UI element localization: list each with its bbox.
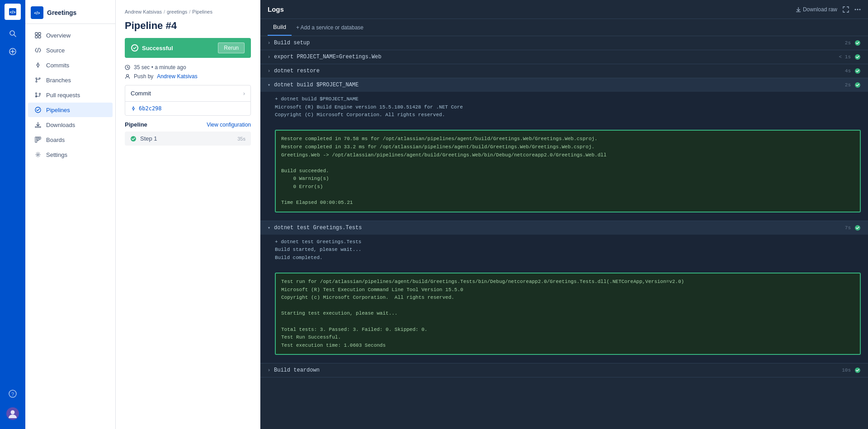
log-success-icon-build [854,82,861,88]
more-options-button[interactable] [854,9,861,10]
search-icon[interactable] [5,25,21,42]
log-line: Total tests: 3. Passed: 3. Failed: 0. Sk… [281,326,854,334]
log-line [275,262,861,270]
status-left: Successful [131,44,173,52]
status-check-icon [131,44,138,52]
commit-header[interactable]: Commit › [125,85,250,101]
sidebar-nav: Overview Source Commits [25,24,115,429]
help-icon[interactable]: ? [5,386,21,402]
log-line: Microsoft (R) Test Execution Command Lin… [281,286,854,294]
log-content-test: + dotnet test Greetings.Tests Build star… [260,235,868,363]
tab-add-service[interactable]: + Add a service or database [293,20,366,35]
branches-icon [34,76,42,84]
log-success-icon-export [854,54,861,60]
svg-line-37 [127,67,129,68]
sidebar-item-boards[interactable]: Boards [28,132,113,147]
step-name: Step 1 [140,135,157,142]
log-highlighted-block-test: Test run for /opt/atlassian/pipelines/ag… [275,273,861,355]
breadcrumb: Andrew Katsivas / greetings / Pipelines [125,9,251,14]
log-section-header-export[interactable]: › export PROJECT_NAME=Greetings.Web < 1s [260,50,868,64]
log-section-header-build-setup[interactable]: › Build setup 2s [260,36,868,50]
time-ago: a minute ago [155,64,186,71]
log-line: Test Run Successful. [281,334,854,342]
commit-icon [131,106,136,111]
pipeline-header: Andrew Katsivas / greetings / Pipelines … [116,0,260,58]
chevron-right-icon: › [268,41,270,46]
commit-chevron-icon: › [243,90,245,97]
pipeline-panel: Andrew Katsivas / greetings / Pipelines … [116,0,260,429]
log-line: Microsoft (R) Build Engine version 15.5.… [275,104,861,112]
svg-rect-14 [35,36,38,38]
svg-point-22 [39,78,40,79]
step-left: Step 1 [130,135,157,142]
svg-point-46 [857,9,859,10]
svg-text:?: ? [11,391,14,397]
overview-icon [34,32,42,39]
log-line-count-build-setup: 2s [845,40,851,46]
chevron-right-icon-export: › [268,55,270,60]
chevron-right-icon-restore: › [268,69,270,74]
sidebar-item-pipelines[interactable]: Pipelines [28,103,113,117]
log-section-header-left-build: ▾ dotnet build $PROJECT_NAME [268,82,359,88]
status-bar: Successful Rerun [125,38,251,58]
log-section-header-restore[interactable]: › dotnet restore 4s [260,64,868,78]
log-line: Starting test execution, please wait... [281,310,854,318]
main-content: Andrew Katsivas / greetings / Pipelines … [116,0,868,429]
sidebar-item-commits[interactable]: Commits [28,58,113,72]
log-line-count-export: < 1s [839,54,851,60]
log-section-label-export: export PROJECT_NAME=Greetings.Web [274,54,382,60]
avatar[interactable] [5,405,21,422]
log-section-header-test[interactable]: ▾ dotnet test Greetings.Tests 7s [260,221,868,235]
breadcrumb-pipelines[interactable]: Pipelines [192,9,212,14]
sidebar-item-label-settings: Settings [46,151,67,158]
pipelines-icon [34,106,42,113]
app-logo-icon[interactable]: </> [5,4,21,20]
sidebar-item-pull-requests[interactable]: Pull requests [28,88,113,102]
step-time: 35s [237,136,245,141]
sidebar-item-branches[interactable]: Branches [28,73,113,87]
push-by-user[interactable]: Andrew Katsivas [157,73,197,80]
svg-point-24 [36,93,37,94]
log-line: Restore completed in 70.58 ms for /opt/a… [281,135,854,143]
svg-point-47 [859,9,861,10]
breadcrumb-user[interactable]: Andrew Katsivas [125,9,162,14]
svg-point-38 [127,75,129,77]
duration-row: 35 sec • a minute ago [125,64,251,71]
log-line [281,159,854,167]
log-line-count-restore: 4s [845,68,851,74]
svg-rect-13 [38,33,41,35]
log-line [275,119,861,127]
expand-icon [843,6,849,13]
logs-header: Logs Download raw [260,0,868,19]
step-success-icon [130,136,137,142]
sidebar-item-overview[interactable]: Overview [28,28,113,42]
commit-hash-link[interactable]: 6b2c298 [139,105,162,112]
log-line: Greetings.Web -> /opt/atlassian/pipeline… [281,151,854,160]
rerun-button[interactable]: Rerun [218,42,245,53]
log-section-header-teardown[interactable]: › Build teardown 10s [260,363,868,377]
sidebar-item-label-source: Source [46,47,65,54]
expand-button[interactable] [843,6,849,13]
download-raw-button[interactable]: Download raw [796,6,837,13]
sidebar-item-downloads[interactable]: Downloads [28,118,113,132]
svg-point-21 [36,81,37,82]
sidebar-item-settings[interactable]: Settings [28,147,113,162]
breadcrumb-repo[interactable]: greetings [167,9,187,14]
logs-panel: Logs Download raw [260,0,868,429]
logs-body[interactable]: › Build setup 2s [260,36,868,429]
page-title: Pipeline #4 [125,20,251,32]
commits-icon [34,61,42,69]
chevron-right-icon-teardown: › [268,368,270,373]
create-icon[interactable] [5,43,21,60]
tab-build[interactable]: Build [268,19,292,36]
log-section-header-left-export: › export PROJECT_NAME=Greetings.Web [268,54,382,60]
log-section-header-build[interactable]: ▾ dotnet build $PROJECT_NAME 2s [260,78,868,92]
more-options-icon [854,9,861,10]
view-configuration-link[interactable]: View configuration [207,122,251,128]
pipeline-step-row[interactable]: Step 1 35s [125,132,251,146]
svg-point-17 [37,64,39,66]
sidebar-item-label-pull-requests: Pull requests [46,92,80,99]
sidebar-item-source[interactable]: Source [28,43,113,57]
svg-point-20 [36,78,37,79]
log-content-build: + dotnet build $PROJECT_NAME Microsoft (… [260,92,868,221]
